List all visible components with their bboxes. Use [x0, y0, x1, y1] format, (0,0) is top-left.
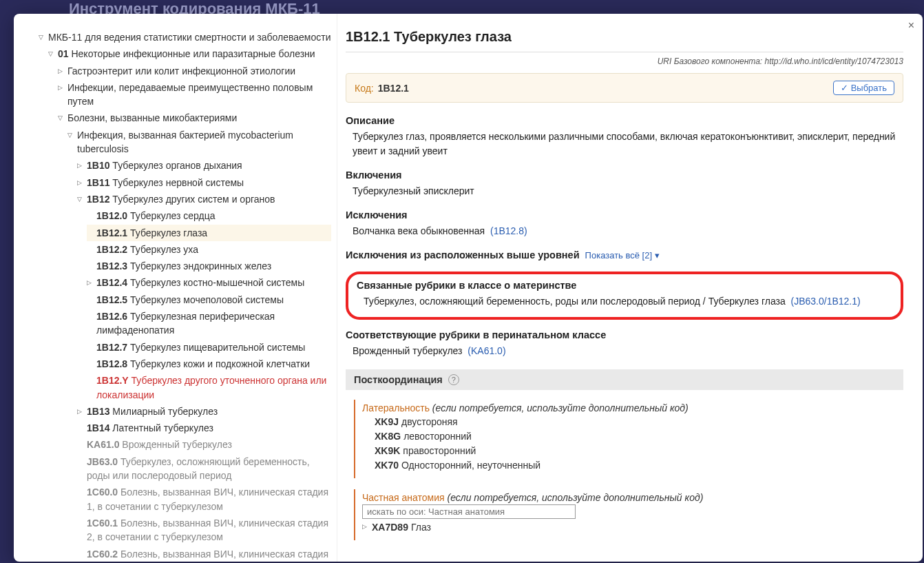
tree-node-1b12[interactable]: ▽1B12 Туберкулез других систем и органов [77, 191, 331, 207]
laterality-item[interactable]: XK8Gлевосторонний [375, 429, 896, 444]
code-box: Код:1B12.1 ✓ Выбрать [346, 73, 903, 103]
modal-window: × ▽МКБ-11 для ведения статистики смертно… [14, 14, 923, 562]
select-button[interactable]: ✓ Выбрать [833, 81, 894, 95]
postcoordination-bar: Посткоординация ? [346, 369, 903, 390]
chevron-right-icon[interactable]: ▷ [362, 520, 369, 530]
detail-pane: 1B12.1 Туберкулез глаза URI Базового ком… [337, 14, 923, 562]
inclusions-body: Туберкулезный эписклерит [346, 184, 903, 198]
tree-node-1c600[interactable]: 1C60.0 Болезнь, вызванная ВИЧ, клиническ… [77, 484, 331, 515]
tree-node-1b13[interactable]: ▷1B13 Милиарный туберкулез [77, 403, 331, 420]
anatomy-search-input[interactable] [362, 504, 576, 519]
tree-node-1b128[interactable]: 1B12.8 Туберкулез кожи и подкожной клетч… [87, 356, 331, 372]
tree-node-1b121-selected[interactable]: 1B12.1 Туберкулез глаза [87, 225, 331, 241]
tree-node-1b127[interactable]: 1B12.7 Туберкулез пищеварительной систем… [87, 339, 331, 356]
tree-node-1c601[interactable]: 1C60.1 Болезнь, вызванная ВИЧ, клиническ… [77, 515, 331, 546]
tree-node-1b10[interactable]: ▷1B10 Туберкулез органов дыхания [77, 157, 331, 174]
chevron-right-icon[interactable]: ▷ [58, 64, 66, 78]
chevron-right-icon[interactable]: ▷ [58, 81, 66, 109]
tree-pane: ▽МКБ-11 для ведения статистики смертност… [14, 14, 337, 562]
tree-node-1c602[interactable]: 1C60.2 Болезнь, вызванная ВИЧ, клиническ… [77, 546, 331, 562]
tree-node-ch01[interactable]: ▽01 Некоторые инфекционные или паразитар… [48, 45, 331, 62]
tree-node-1b14[interactable]: 1B14 Латентный туберкулез [77, 420, 331, 436]
code-value: 1B12.1 [378, 83, 409, 94]
chevron-down-icon[interactable]: ▽ [77, 192, 85, 206]
laterality-title: Латеральность [362, 402, 430, 413]
chevron-down-icon[interactable]: ▽ [58, 111, 66, 125]
maternity-body: Туберкулез, осложняющий беременность, ро… [357, 294, 892, 309]
chevron-down-icon[interactable]: ▽ [67, 128, 76, 156]
tree-node-1b11[interactable]: ▷1B11 Туберкулез нервной системы [77, 174, 331, 191]
description-heading: Описание [346, 115, 903, 126]
perinatal-heading: Соответствующие рубрики в перинатальном … [346, 329, 903, 340]
maternity-heading: Связанные рубрики в классе о материнстве [357, 280, 892, 291]
chevron-down-icon[interactable]: ▽ [39, 30, 47, 44]
anatomy-hint: (если потребуется, используйте дополните… [447, 492, 703, 503]
exclusions-body: Волчанка века обыкновенная (1B12.8) [346, 224, 903, 238]
perinatal-body: Врожденный туберкулез (KA61.0) [346, 344, 903, 358]
help-icon[interactable]: ? [448, 374, 459, 385]
perinatal-link[interactable]: (KA61.0) [468, 345, 505, 356]
exclusion-higher-heading: Исключения из расположенных выше уровней… [346, 249, 903, 260]
chevron-right-icon[interactable]: ▷ [77, 405, 85, 418]
uri-line: URI Базового компонента: http://id.who.i… [346, 52, 903, 73]
tree-node-1b12y[interactable]: 1B12.Y Туберкулез другого уточненного ор… [87, 372, 331, 403]
tree-node-1b123[interactable]: 1B12.3 Туберкулез эндокринных желез [87, 258, 331, 274]
page-title: 1B12.1 Туберкулез глаза [346, 29, 903, 52]
chevron-right-icon[interactable]: ▷ [77, 158, 85, 172]
laterality-item[interactable]: XK9Jдвустороняя [375, 415, 896, 429]
tree-node-gastro[interactable]: ▷Гастроэнтерит или колит инфекционной эт… [58, 63, 331, 79]
tree-node-std[interactable]: ▷Инфекции, передаваемые преимущественно … [58, 79, 331, 110]
tree-node-myco[interactable]: ▽Болезни, вызванные микобактериями [58, 110, 331, 126]
anatomy-item[interactable]: XA7D89Глаз [372, 520, 431, 535]
tree-node-root[interactable]: ▽МКБ-11 для ведения статистики смертност… [39, 29, 331, 45]
tree-node-1b126[interactable]: 1B12.6 Туберкулезная периферическая лимф… [87, 308, 331, 339]
inclusions-heading: Включения [346, 170, 903, 181]
laterality-hint: (если потребуется, используйте дополните… [432, 402, 689, 413]
tree-node-1b125[interactable]: 1B12.5 Туберкулез мочеполовой системы [87, 291, 331, 308]
tree-node-1b124[interactable]: ▷1B12.4 Туберкулез костно-мышечной систе… [87, 274, 331, 291]
laterality-axis: Латеральность (если потребуется, использ… [354, 400, 903, 478]
anatomy-title: Частная анатомия [362, 492, 445, 503]
description-body: Туберкулез глаз, проявляется несколькими… [346, 130, 903, 158]
laterality-item[interactable]: XK70Односторонний, неуточненный [375, 458, 896, 473]
tree-node-1b120[interactable]: 1B12.0 Туберкулез сердца [87, 207, 331, 224]
chevron-right-icon[interactable]: ▷ [77, 176, 85, 190]
laterality-item[interactable]: XK9Kправосторонний [375, 444, 896, 458]
show-all-link[interactable]: Показать всё [2] ▾ [585, 250, 660, 260]
tree-node-ka610[interactable]: KA61.0 Врожденный туберкулез [77, 436, 331, 453]
exclusion-link[interactable]: (1B12.8) [490, 225, 527, 236]
tree-node-jb630[interactable]: JB63.0 Туберкулез, осложняющий беременно… [77, 453, 331, 484]
code-label: Код: [355, 83, 374, 94]
anatomy-axis: Частная анатомия (если потребуется, испо… [354, 489, 903, 540]
exclusions-heading: Исключения [346, 209, 903, 221]
tree-node-tb[interactable]: ▽Инфекция, вызванная бактерией mycobacte… [67, 127, 331, 158]
maternity-highlight-box: Связанные рубрики в классе о материнстве… [346, 272, 903, 320]
maternity-link[interactable]: (JB63.0/1B12.1) [791, 296, 861, 307]
chevron-down-icon[interactable]: ▽ [48, 47, 56, 61]
chevron-right-icon[interactable]: ▷ [87, 276, 95, 289]
tree-node-1b122[interactable]: 1B12.2 Туберкулез уха [87, 241, 331, 258]
